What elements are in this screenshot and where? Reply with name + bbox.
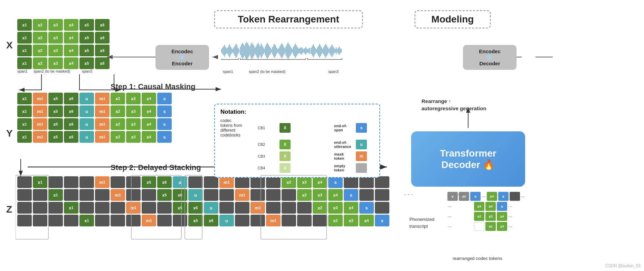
z-cell	[204, 189, 218, 201]
encodec-decoder-box: Encodec ❄️ Decoder	[463, 45, 517, 70]
notation-empty-token-label: empty token	[334, 164, 353, 172]
z-cell: x1	[64, 202, 78, 214]
z-cell: m1	[142, 215, 156, 226]
z-cell	[297, 202, 312, 214]
z-cell	[79, 202, 94, 214]
waveform-svg: // drawn inline below	[221, 41, 370, 60]
svg-rect-102	[331, 46, 331, 56]
x-cell: x3	[48, 57, 63, 69]
z-cell	[33, 189, 47, 201]
svg-rect-18	[231, 48, 232, 53]
y-cell: x2	[111, 105, 125, 117]
svg-rect-41	[256, 46, 256, 55]
svg-rect-30	[244, 46, 245, 56]
svg-rect-38	[253, 44, 253, 58]
x-cell: x6	[95, 32, 110, 44]
notation-cb4: CB4	[258, 166, 277, 170]
y-cell: x2	[111, 118, 125, 130]
x-cell: x3	[48, 45, 63, 56]
encodec-encoder-label: Encodec	[160, 48, 205, 54]
modeling-title: Modeling	[432, 14, 474, 25]
z-cell: x2	[282, 176, 296, 188]
svg-rect-45	[260, 46, 261, 55]
svg-rect-101	[330, 48, 330, 54]
z-cell	[126, 215, 141, 226]
y-cell: m1	[33, 131, 47, 143]
z-cell: s	[375, 215, 389, 226]
ph-cell: s	[470, 192, 481, 201]
svg-rect-14	[227, 48, 228, 54]
z-cell	[126, 189, 141, 201]
svg-rect-25	[239, 49, 239, 53]
z-cell	[250, 189, 265, 201]
svg-rect-19	[233, 49, 233, 53]
notation-cb1: CB1	[258, 126, 277, 130]
svg-rect-56	[271, 49, 272, 53]
z-cell	[17, 215, 32, 226]
y-cell: x6	[64, 118, 78, 130]
notation-empty-cell	[356, 163, 367, 173]
z-cell	[111, 176, 125, 188]
x-axis-label: X	[6, 40, 13, 51]
svg-rect-21	[235, 46, 235, 56]
svg-rect-99	[328, 47, 328, 54]
x-cell: x3	[48, 32, 63, 44]
x-grid: x1 x2 x3 x4 x5 x6 x1 x2 x3 x4 x5 x6 x1 x…	[17, 19, 110, 70]
z-cell	[33, 202, 47, 214]
z-cell	[297, 215, 312, 226]
svg-rect-50	[265, 46, 266, 55]
ph-cell: x2	[474, 212, 484, 221]
z-cell: x5	[157, 189, 172, 201]
z-cell: x5	[188, 215, 203, 226]
svg-rect-65	[281, 45, 281, 57]
z-cell: x2	[328, 215, 343, 226]
y-cell: u	[79, 131, 94, 143]
ph-dots: ···	[447, 222, 473, 231]
step1-label: Step 1: Causal Masking	[111, 82, 196, 91]
x-cell: x1	[17, 32, 32, 44]
z-cell	[375, 189, 389, 201]
ph-dots: ···	[508, 212, 512, 221]
ph-cell: x4	[497, 212, 507, 221]
z-cell: x2	[313, 202, 327, 214]
svg-rect-48	[263, 47, 264, 54]
svg-rect-86	[314, 46, 315, 55]
x-cell: x2	[33, 32, 47, 44]
notation-u-cell: u	[356, 140, 367, 149]
svg-rect-57	[272, 47, 273, 55]
span2-label: span2 (to be masked)	[34, 69, 80, 73]
svg-rect-62	[277, 49, 278, 53]
waveform-span3-label: span3	[328, 69, 339, 74]
svg-rect-52	[267, 43, 268, 59]
y-cell: x1	[17, 118, 32, 130]
z-cell: m1	[235, 189, 249, 201]
svg-rect-94	[322, 49, 323, 53]
y-axis-label: Y	[6, 128, 13, 139]
z-cell	[142, 202, 156, 214]
z-cell	[375, 202, 389, 214]
z-cell: x4	[359, 215, 374, 226]
z-cell	[111, 202, 125, 214]
svg-rect-64	[280, 46, 280, 55]
svg-rect-121	[307, 49, 308, 53]
span3-label: span3	[82, 69, 103, 73]
svg-rect-88	[316, 49, 317, 53]
svg-rect-100	[329, 49, 329, 53]
z-cell	[48, 202, 63, 214]
z-cell	[359, 189, 374, 201]
z-cell: x6	[157, 176, 172, 188]
y-cell: s	[157, 105, 172, 117]
z-cell: m1	[95, 176, 110, 188]
x-cell: x3	[48, 19, 63, 31]
z-cell	[142, 189, 156, 201]
y-cell: x2	[111, 93, 125, 104]
x-cell: x6	[95, 45, 110, 56]
z-cell	[235, 202, 249, 214]
z-cell	[344, 176, 358, 188]
notation-end-span-label: end-of-span	[334, 124, 353, 132]
svg-rect-12	[225, 47, 226, 55]
svg-rect-40	[255, 48, 255, 54]
encodec-encoder-icon: ❄️	[160, 54, 205, 60]
x-cell: x6	[95, 19, 110, 31]
rearranged-codec-label: rearranged codec tokens	[453, 256, 502, 261]
